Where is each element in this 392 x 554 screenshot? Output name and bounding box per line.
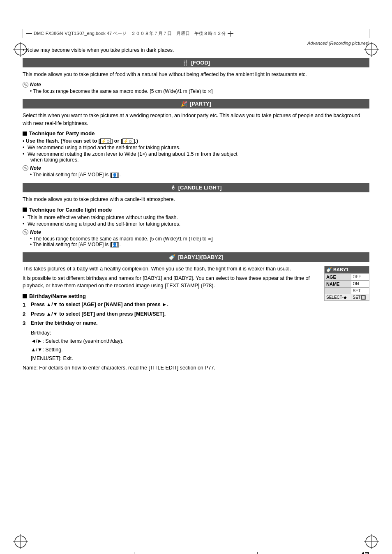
baby-steps: 1 Press ▲/▼ to select [AGE] or [NAME] an… — [23, 301, 320, 328]
food-icon: 🍴 — [182, 60, 189, 66]
baby-step-2: 2 Press ▲/▼ to select [SET] and then pre… — [23, 310, 320, 319]
baby-birthday-bullet — [23, 294, 27, 298]
food-title: [FOOD] — [191, 60, 210, 66]
baby-table-footer-right: SET🔲 — [351, 294, 369, 300]
bottom-nav — [0, 552, 392, 554]
food-note: ✎ Note • The focus range becomes the sam… — [23, 82, 369, 94]
page-number-area: VQT1S07 47 — [337, 551, 369, 554]
baby-birthday-item-3: [MENU/SET]: Exit. — [31, 355, 320, 362]
baby-table-name-label: NAME — [325, 280, 351, 287]
party-title: [PARTY] — [190, 101, 211, 107]
baby-table-set-value: SET — [351, 287, 369, 294]
food-section: 🍴 [FOOD] This mode allows you to take pi… — [23, 58, 369, 94]
party-section: 🎉 [PARTY] Select this when you want to t… — [23, 99, 369, 178]
main-content: • Noise may become visible when you take… — [23, 47, 369, 372]
candle-bullet-1: This is more effective when taking pictu… — [23, 215, 369, 220]
party-note-icon: ✎ — [23, 165, 28, 171]
baby-desc1: This takes pictures of a baby with a hea… — [23, 265, 320, 273]
candle-technique-title: Technique for Candle light mode — [23, 207, 369, 213]
advanced-label: Advanced (Recording pictures) — [23, 41, 369, 46]
header-bar: DMC-FX38GN-VQT1S07_eng.book 47 ページ ２００８年… — [23, 29, 369, 38]
party-note-label: Note — [30, 165, 41, 171]
baby-birthday-item-2: ▲/▼: Setting. — [31, 346, 320, 354]
candle-note: ✎ Note • The focus range becomes the sam… — [23, 229, 369, 247]
baby-section: 🍼 [BABY1]/[BABY2] This takes pictures of… — [23, 252, 369, 373]
bottom-crosshair-left — [130, 552, 138, 554]
food-note-label: Note — [30, 82, 41, 88]
baby-table: 🍼 BABY1 AGE OFF NAME ON SET — [324, 266, 369, 301]
baby-birthday-details: Birthday: ◄/►: Select the items (year/mo… — [23, 329, 320, 362]
candle-bullet-2: We recommend using a tripod and the self… — [23, 221, 369, 227]
baby-name-text: Name: For details on how to enter charac… — [23, 364, 320, 372]
baby-title: [BABY1]/[BABY2] — [178, 254, 223, 260]
candle-note-icon: ✎ — [23, 229, 28, 235]
baby-table-header: 🍼 BABY1 — [325, 266, 369, 273]
candle-note-label: Note — [30, 229, 41, 235]
corner-mark-br — [363, 533, 380, 550]
baby-table-footer-left: SELECT-◆ — [325, 294, 351, 300]
baby-step-3: 3 Enter the birthday or name. — [23, 319, 320, 328]
bottom-crosshair-right — [254, 552, 262, 554]
food-note-text: • The focus range becomes the same as ma… — [30, 88, 369, 94]
baby-step-1: 1 Press ▲/▼ to select [AGE] or [NAME] an… — [23, 301, 320, 309]
baby-table-container: 🍼 BABY1 AGE OFF NAME ON SET — [324, 266, 369, 301]
party-header: 🎉 [PARTY] — [23, 99, 369, 108]
food-header: 🍴 [FOOD] — [23, 58, 369, 67]
baby-table-name-value: ON — [351, 280, 369, 287]
party-note: ✎ Note • The initial setting for [AF MOD… — [23, 165, 369, 178]
corner-mark-tr — [363, 41, 380, 58]
baby-icon: 🍼 — [169, 254, 175, 260]
candle-header: 🕯 [CANDLE LIGHT] — [23, 183, 369, 192]
header-crosshair-right — [228, 31, 233, 37]
noise-note: • Noise may become visible when you take… — [23, 47, 369, 53]
corner-mark-bl — [12, 533, 29, 550]
party-icon: 🎉 — [181, 101, 187, 107]
party-technique-title: Technique for Party mode — [23, 130, 369, 136]
baby-table-footer: SELECT-◆ SET🔲 — [325, 294, 369, 300]
party-bullet-2: We recommend rotating the zoom lever to … — [23, 151, 369, 163]
baby-birthday-item-1: ◄/►: Select the items (year/month/day). — [31, 337, 320, 345]
baby-table-title: 🍼 BABY1 — [325, 266, 369, 273]
baby-header: 🍼 [BABY1]/[BABY2] — [23, 252, 369, 262]
baby-table-row-age: AGE OFF — [325, 273, 369, 280]
candle-technique-bullet — [23, 208, 27, 212]
candle-note-text-1: • The focus range becomes the same as ma… — [30, 236, 369, 242]
header-crosshair-left — [26, 31, 32, 37]
candle-title: [CANDLE LIGHT] — [178, 185, 221, 191]
candle-note-text-2: • The initial setting for [AF MODE] is [… — [30, 242, 369, 247]
party-description: Select this when you want to take pictur… — [23, 112, 369, 127]
baby-table-row-set: SET — [325, 287, 369, 294]
party-technique-flash: • Use the flash. (You can set to [⚡☺] or… — [23, 138, 369, 144]
party-technique-bullet — [23, 132, 27, 136]
baby-birthday-subtext: Birthday: — [31, 329, 320, 337]
candle-icon: 🕯 — [171, 185, 176, 191]
baby-birthday-title: Birthday/Name setting — [23, 293, 320, 299]
baby-desc2: It is possible to set different birthday… — [23, 275, 320, 290]
baby-main-text: This takes pictures of a baby with a hea… — [23, 265, 320, 373]
page-number: 47 — [360, 551, 369, 554]
page: DMC-FX38GN-VQT1S07_eng.book 47 ページ ２００８年… — [0, 29, 392, 554]
baby-table-age-label: AGE — [325, 273, 351, 280]
party-bullet-1: We recommend using a tripod and the self… — [23, 145, 369, 150]
baby-layout: This takes pictures of a baby with a hea… — [23, 265, 369, 373]
candle-description: This mode allows you to take pictures wi… — [23, 196, 369, 203]
candle-section: 🕯 [CANDLE LIGHT] This mode allows you to… — [23, 183, 369, 247]
food-note-icon: ✎ — [23, 82, 28, 88]
corner-mark-tl — [12, 41, 29, 58]
baby-table-set-label — [325, 287, 351, 294]
baby-table-age-value: OFF — [351, 273, 369, 280]
food-description: This mode allows you to take pictures of… — [23, 71, 369, 78]
header-book-info: DMC-FX38GN-VQT1S07_eng.book 47 ページ ２００８年… — [34, 30, 226, 37]
baby-table-row-name: NAME ON — [325, 280, 369, 287]
party-note-text: • The initial setting for [AF MODE] is [… — [30, 172, 369, 178]
